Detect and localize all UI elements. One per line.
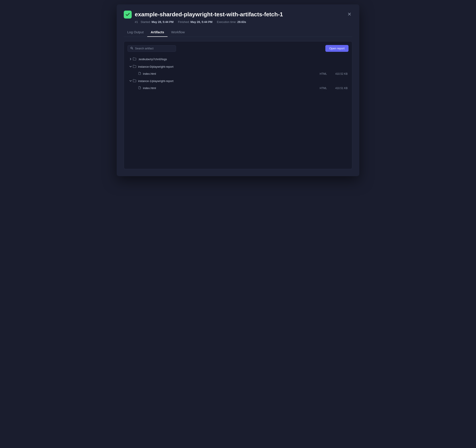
file-size-instance-1-index: 410.51 KB	[332, 87, 348, 90]
folder-instance-1[interactable]: instance-1/playwright-report	[127, 77, 349, 85]
started-label: Started:	[141, 20, 151, 24]
tree-child-instance-1: index.html HTML 410.51 KB	[127, 85, 349, 91]
page-title: example-sharded-playwright-test-with-art…	[135, 11, 283, 18]
execution-label: Execution time:	[217, 20, 237, 24]
file-icon	[138, 72, 141, 76]
file-tree: .testkube/rp7chn0/logs instance-0/playwr…	[127, 55, 349, 91]
file-row-instance-0-index[interactable]: index.html HTML 410.52 KB	[137, 70, 349, 77]
search-input[interactable]	[135, 47, 173, 50]
meta-row: #1 Started: May 28, 5:44 PM Finished: Ma…	[135, 20, 352, 24]
tree-child-instance-0: index.html HTML 410.52 KB	[127, 70, 349, 77]
tab-artifacts[interactable]: Artifacts	[147, 28, 168, 37]
finished-value: May 28, 5:44 PM	[190, 20, 212, 24]
chevron-down-icon	[128, 79, 133, 83]
started-value: May 28, 5:44 PM	[152, 20, 174, 24]
svg-line-1	[132, 49, 133, 49]
search-box[interactable]	[127, 45, 176, 52]
folder-instance-0[interactable]: instance-0/playwright-report	[127, 63, 349, 70]
modal-header: example-sharded-playwright-test-with-art…	[124, 11, 352, 18]
file-row-instance-1-index[interactable]: index.html HTML 410.51 KB	[137, 85, 349, 91]
folder-icon	[133, 57, 136, 61]
folder-icon	[133, 79, 136, 83]
finished-label: Finished:	[178, 20, 190, 24]
content-area: Open report .testkube/rp7chn0/logs	[124, 41, 352, 169]
file-icon	[138, 86, 141, 90]
toolbar: Open report	[127, 45, 349, 52]
file-type-instance-1-index: HTML	[320, 87, 327, 90]
folder-name-instance-0: instance-0/playwright-report	[138, 65, 173, 68]
run-number: #1	[135, 20, 138, 24]
file-type-instance-0-index: HTML	[320, 72, 327, 75]
execution-value: 29.63s	[237, 20, 246, 24]
file-meta-instance-0-index: HTML 410.52 KB	[320, 72, 348, 75]
chevron-down-icon	[128, 64, 133, 69]
file-size-instance-0-index: 410.52 KB	[332, 72, 348, 75]
modal-container: example-sharded-playwright-test-with-art…	[117, 4, 359, 176]
chevron-right-icon	[128, 57, 133, 61]
close-button[interactable]: ✕	[346, 11, 352, 18]
open-report-button[interactable]: Open report	[325, 45, 349, 52]
title-row: example-sharded-playwright-test-with-art…	[124, 11, 283, 18]
folder-name-instance-1: instance-1/playwright-report	[138, 79, 173, 83]
file-name-instance-1-index: index.html	[143, 86, 320, 90]
file-meta-instance-1-index: HTML 410.51 KB	[320, 87, 348, 90]
tab-bar: Log Output Artifacts Workflow	[124, 28, 352, 37]
folder-name-testkube-logs: .testkube/rp7chn0/logs	[138, 57, 167, 61]
search-icon	[130, 47, 133, 50]
folder-icon	[133, 65, 136, 69]
status-icon	[124, 11, 132, 18]
file-name-instance-0-index: index.html	[143, 72, 320, 75]
tab-log-output[interactable]: Log Output	[124, 28, 147, 37]
tab-workflow[interactable]: Workflow	[168, 28, 188, 37]
folder-testkube-logs[interactable]: .testkube/rp7chn0/logs	[127, 55, 349, 63]
